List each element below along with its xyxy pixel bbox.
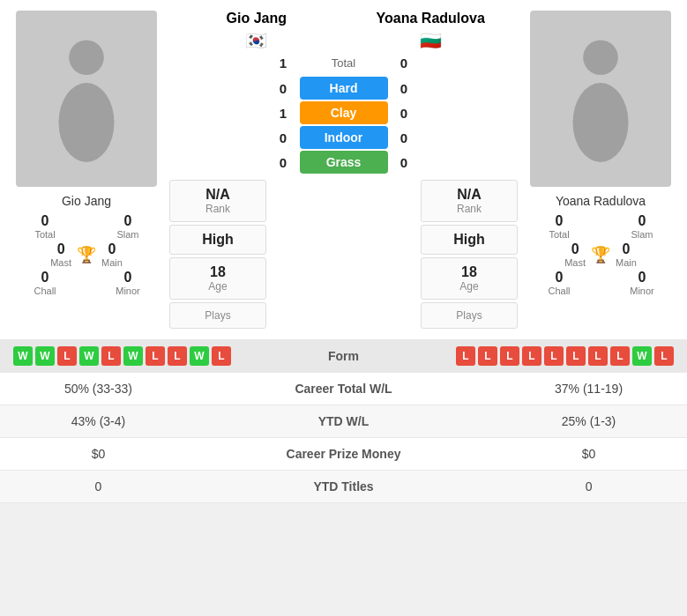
form-badge-right: L — [610, 346, 630, 366]
left-player-name-sub: Gio Jang — [62, 194, 111, 208]
form-badge-left: L — [146, 346, 165, 366]
prize-row: $0 Career Prize Money $0 — [0, 438, 687, 471]
grass-score-left: 0 — [273, 155, 295, 170]
right-player-col: Yoana Radulova 0 Total 0 Slam 0 Mast 🏆 — [521, 11, 680, 296]
right-player-name-sub: Yoana Radulova — [556, 194, 646, 208]
total-score-left: 1 — [273, 56, 295, 71]
right-prize: $0 — [490, 438, 687, 471]
clay-score-right: 0 — [393, 106, 415, 121]
hard-score-right: 0 — [393, 81, 415, 96]
form-badges-left: WWLWLWLLWL — [13, 346, 300, 366]
form-badges-right: LLLLLLLLWL — [388, 346, 675, 366]
hard-surface-btn[interactable]: Hard — [300, 77, 388, 100]
right-ytd-wl: 25% (1-3) — [490, 405, 687, 438]
left-stat-boxes: N/A Rank High 18 Age Plays — [169, 180, 266, 329]
form-badge-right: L — [500, 346, 519, 366]
right-slam-stat: 0 Slam — [604, 213, 680, 240]
right-trophy-row: 0 Mast 🏆 0 Main — [564, 241, 637, 268]
clay-score-row: 1 Clay 0 — [169, 101, 518, 124]
right-career-wl: 37% (11-19) — [490, 373, 687, 405]
clay-surface-btn[interactable]: Clay — [300, 101, 388, 124]
right-player-header: Yoana Radulova 🇧🇬 — [344, 11, 519, 51]
right-plays-box: Plays — [421, 302, 518, 329]
form-badge-right: L — [544, 346, 564, 366]
svg-point-3 — [573, 83, 629, 162]
right-flag: 🇧🇬 — [420, 30, 442, 51]
prize-label: Career Prize Money — [197, 438, 490, 471]
form-badge-right: L — [588, 346, 608, 366]
left-high-box: High — [169, 225, 266, 255]
left-mini-stats: 0 Total 0 Slam — [7, 213, 166, 240]
left-mast-stat: 0 Mast — [50, 241, 71, 268]
form-section: WWLWLWLLWL Form LLLLLLLLWL — [0, 339, 687, 373]
total-label: Total — [300, 56, 388, 70]
right-silhouette — [561, 33, 640, 165]
titles-label: YTD Titles — [197, 471, 490, 503]
right-minor-stat: 0 Minor — [604, 270, 680, 296]
indoor-score-row: 0 Indoor 0 — [169, 126, 518, 149]
career-wl-label: Career Total W/L — [197, 373, 490, 405]
left-ytd-wl: 43% (3-4) — [0, 405, 197, 438]
right-high-box: High — [421, 225, 518, 255]
form-badge-left: W — [190, 346, 209, 366]
form-badge-right: L — [522, 346, 541, 366]
left-flag: 🇰🇷 — [245, 30, 267, 51]
right-rank-box: N/A Rank — [421, 180, 518, 222]
right-trophy-icon: 🏆 — [591, 245, 610, 264]
left-chall-stat: 0 Chall — [7, 270, 83, 296]
left-rank-box: N/A Rank — [169, 180, 266, 222]
left-trophy-icon: 🏆 — [77, 245, 96, 264]
left-plays-box: Plays — [169, 302, 266, 329]
left-prize: $0 — [0, 438, 197, 471]
left-trophy-row: 0 Mast 🏆 0 Main — [50, 241, 123, 268]
right-mini-stats: 0 Total 0 Slam — [521, 213, 680, 240]
right-stat-boxes: N/A Rank High 18 Age Plays — [421, 180, 518, 329]
form-badge-left: L — [212, 346, 231, 366]
form-badge-left: W — [123, 346, 143, 366]
svg-point-1 — [59, 83, 115, 162]
svg-point-0 — [69, 40, 104, 75]
hard-score-row: 0 Hard 0 — [169, 77, 518, 100]
total-score-right: 0 — [393, 56, 415, 71]
grass-surface-btn[interactable]: Grass — [300, 151, 388, 174]
form-badge-left: L — [57, 346, 77, 366]
form-badge-left: L — [168, 346, 187, 366]
form-badge-left: L — [101, 346, 121, 366]
total-score-row: 1 Total 0 — [169, 56, 518, 71]
left-main-stat: 0 Main — [101, 241, 123, 268]
form-badge-right: L — [654, 346, 674, 366]
left-titles: 0 — [0, 471, 197, 503]
center-col: Gio Jang 🇰🇷 Yoana Radulova 🇧🇬 1 Total 0 … — [169, 11, 518, 329]
svg-point-2 — [583, 40, 618, 75]
right-chall-stat: 0 Chall — [521, 270, 597, 296]
indoor-surface-btn[interactable]: Indoor — [300, 126, 388, 149]
left-player-col: Gio Jang 0 Total 0 Slam 0 Mast 🏆 0 — [7, 11, 166, 296]
form-badge-right: L — [456, 346, 475, 366]
left-bottom-stats: 0 Chall 0 Minor — [7, 270, 166, 296]
right-age-box: 18 Age — [421, 257, 518, 300]
right-main-stat: 0 Main — [616, 241, 637, 268]
left-minor-stat: 0 Minor — [90, 270, 166, 296]
form-badge-left: W — [35, 346, 55, 366]
indoor-score-left: 0 — [273, 130, 295, 145]
left-age-box: 18 Age — [169, 257, 266, 300]
ytd-wl-row: 43% (3-4) YTD W/L 25% (1-3) — [0, 405, 687, 438]
clay-score-left: 1 — [273, 106, 295, 121]
form-badge-left: W — [79, 346, 99, 366]
left-career-wl: 50% (33-33) — [0, 373, 197, 405]
form-label: Form — [309, 349, 379, 363]
grass-score-right: 0 — [393, 155, 415, 170]
main-container: Gio Jang 0 Total 0 Slam 0 Mast 🏆 0 — [0, 0, 687, 503]
right-player-name-top: Yoana Radulova — [377, 11, 485, 26]
titles-row: 0 YTD Titles 0 — [0, 471, 687, 503]
career-wl-row: 50% (33-33) Career Total W/L 37% (11-19) — [0, 373, 687, 405]
right-total-stat: 0 Total — [521, 213, 597, 240]
left-silhouette — [47, 33, 126, 165]
stats-table: 50% (33-33) Career Total W/L 37% (11-19)… — [0, 373, 687, 503]
right-bottom-stats: 0 Chall 0 Minor — [521, 270, 680, 296]
right-titles: 0 — [490, 471, 687, 503]
left-player-header: Gio Jang 🇰🇷 — [169, 11, 344, 51]
top-layout: Gio Jang 0 Total 0 Slam 0 Mast 🏆 0 — [0, 0, 687, 339]
left-slam-stat: 0 Slam — [90, 213, 166, 240]
right-mast-stat: 0 Mast — [564, 241, 586, 268]
